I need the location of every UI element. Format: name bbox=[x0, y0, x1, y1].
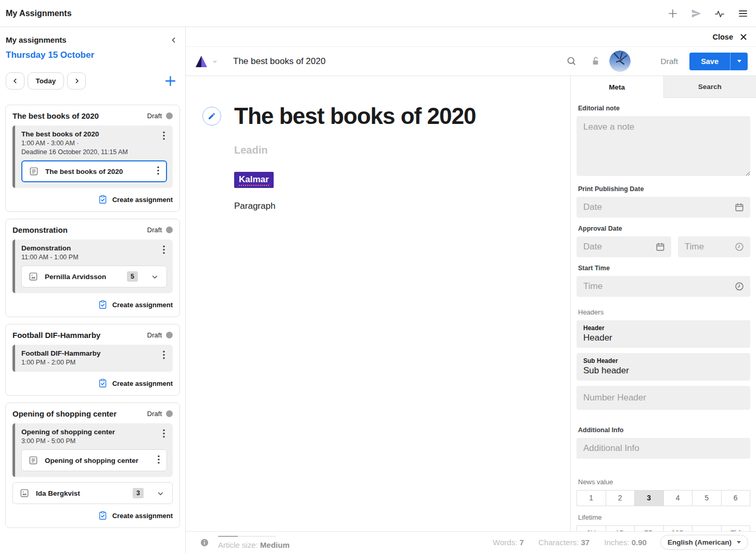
status-dot bbox=[166, 227, 173, 233]
sub-header-field[interactable]: Sub Header Sub header bbox=[576, 353, 750, 381]
collapse-sidebar-button[interactable] bbox=[170, 36, 178, 44]
product-menu-button[interactable] bbox=[194, 55, 219, 68]
lock-open-icon bbox=[590, 56, 601, 67]
assignments-sidebar: My assignments Thursday 15 October Today bbox=[0, 27, 186, 553]
today-button[interactable]: Today bbox=[28, 72, 64, 90]
expand-button[interactable] bbox=[156, 489, 165, 498]
status-bar: Article size: Medium Words: 7 Characters… bbox=[186, 531, 756, 553]
kebab-menu-icon[interactable] bbox=[161, 130, 167, 156]
leadin-placeholder[interactable]: Leadin bbox=[234, 144, 560, 156]
assignment-card: Demonstration Draft Demonstration 11:00 … bbox=[5, 219, 180, 317]
news-value-option[interactable]: 1 bbox=[577, 491, 606, 506]
caret-down-icon bbox=[737, 60, 741, 62]
approval-time-input[interactable]: Time bbox=[678, 236, 750, 257]
location-tag[interactable]: Kalmar bbox=[234, 172, 274, 188]
article-paragraph[interactable]: Paragraph bbox=[234, 201, 560, 211]
additional-info-input[interactable]: Additional Info bbox=[576, 438, 750, 459]
save-button[interactable]: Save bbox=[689, 53, 730, 70]
news-value-option[interactable]: 6 bbox=[721, 491, 750, 506]
article-item[interactable]: Opening of shopping center bbox=[21, 449, 167, 471]
create-assignment-button[interactable]: Create assignment bbox=[12, 195, 173, 205]
approval-date-label: Approval Date bbox=[578, 225, 749, 232]
edit-headline-button[interactable] bbox=[202, 107, 221, 125]
event-time: 3:00 PM - 5:00 PM bbox=[21, 437, 115, 445]
info-icon[interactable] bbox=[200, 538, 209, 547]
lifetime-option[interactable]: ∞ bbox=[692, 526, 721, 531]
lifetime-option[interactable]: 30D bbox=[663, 526, 693, 531]
news-value-label: News value bbox=[578, 478, 749, 486]
person-item[interactable]: Ida Bergkvist 3 bbox=[12, 482, 173, 504]
start-time-input[interactable]: Time bbox=[576, 276, 750, 297]
app-root: My Assignments My assignments Thursday 1… bbox=[0, 0, 756, 553]
previous-day-button[interactable] bbox=[6, 72, 24, 90]
article-headline[interactable]: The best books of 2020 bbox=[234, 104, 476, 129]
lock-button[interactable] bbox=[590, 56, 601, 67]
event-deadline: Deadline 16 October 2020, 11:15 AM bbox=[21, 148, 128, 156]
caret-down-icon bbox=[737, 541, 741, 544]
print-publishing-date-input[interactable]: Date bbox=[576, 197, 750, 218]
news-value-option[interactable]: 5 bbox=[692, 491, 721, 506]
language-selector[interactable]: English (American) bbox=[660, 535, 748, 550]
tab-search[interactable]: Search bbox=[663, 76, 756, 98]
article-item[interactable]: The best books of 2020 bbox=[21, 160, 167, 182]
news-value-option-selected[interactable]: 3 bbox=[634, 491, 663, 506]
create-assignment-button[interactable]: Create assignment bbox=[12, 300, 173, 310]
save-options-button[interactable] bbox=[730, 53, 748, 70]
top-bar: My Assignments bbox=[0, 0, 756, 27]
news-value-option[interactable]: 2 bbox=[606, 491, 635, 506]
news-value-option[interactable]: 4 bbox=[663, 491, 693, 506]
kebab-menu-icon[interactable] bbox=[156, 454, 162, 467]
headers-label: Headers bbox=[578, 308, 749, 316]
header-field[interactable]: Header Header bbox=[576, 320, 750, 348]
approval-date-input[interactable]: Date bbox=[576, 236, 671, 257]
menu-icon[interactable] bbox=[737, 8, 749, 19]
chevron-down-icon bbox=[156, 489, 165, 498]
search-button[interactable] bbox=[566, 56, 577, 67]
add-icon[interactable] bbox=[667, 8, 678, 19]
event-box: The best books of 2020 1:00 AM - 3:00 AM… bbox=[12, 125, 173, 188]
start-time-label: Start Time bbox=[578, 265, 749, 272]
word-count: Words: 7 bbox=[493, 538, 524, 547]
lifetime-option[interactable]: 7D bbox=[634, 526, 663, 531]
assignment-title: Opening of shopping center bbox=[12, 409, 117, 418]
chevron-down-icon bbox=[211, 58, 219, 65]
image-icon bbox=[19, 488, 30, 498]
expand-button[interactable] bbox=[150, 272, 159, 281]
kebab-menu-icon[interactable] bbox=[161, 244, 167, 261]
add-assignment-button[interactable] bbox=[164, 74, 177, 87]
event-box: Demonstration 11:00 AM - 1:00 PM Pernill… bbox=[12, 240, 173, 293]
create-assignment-button[interactable]: Create assignment bbox=[12, 379, 173, 388]
kebab-menu-icon[interactable] bbox=[155, 165, 161, 178]
number-header-field[interactable]: Number Header bbox=[576, 386, 750, 410]
status-dot bbox=[166, 332, 173, 338]
news-value-selector: 1 2 3 4 5 6 bbox=[576, 490, 750, 506]
activity-icon[interactable] bbox=[714, 8, 725, 19]
user-avatar[interactable] bbox=[609, 51, 631, 72]
event-box: Football DIF-Hammarby 1:00 PM - 2:00 PM bbox=[12, 345, 173, 372]
additional-info-label: Additional Info bbox=[578, 426, 749, 434]
lifetime-option[interactable]: Tid bbox=[721, 526, 750, 531]
status-badge: Draft bbox=[147, 331, 173, 339]
editorial-note-input[interactable] bbox=[576, 116, 750, 176]
create-assignment-button[interactable]: Create assignment bbox=[12, 511, 173, 521]
inches-count: Inches: 0.90 bbox=[604, 538, 647, 547]
assignment-card: The best books of 2020 Draft The best bo… bbox=[5, 105, 180, 212]
close-icon bbox=[739, 33, 748, 41]
lifetime-option[interactable]: 6H bbox=[577, 526, 606, 531]
date-navigation: Today bbox=[0, 72, 185, 90]
lifetime-label: Lifetime bbox=[578, 513, 749, 521]
kebab-menu-icon[interactable] bbox=[161, 349, 167, 366]
save-split-button: Save bbox=[689, 53, 748, 70]
next-day-button[interactable] bbox=[67, 72, 86, 90]
person-item[interactable]: Pernilla Arvidsson 5 bbox=[21, 266, 167, 287]
lifetime-option[interactable]: 1D bbox=[606, 526, 635, 531]
chevron-left-icon bbox=[170, 36, 178, 44]
kebab-menu-icon[interactable] bbox=[161, 428, 167, 445]
close-document-button[interactable]: Close bbox=[186, 27, 756, 47]
send-icon[interactable] bbox=[690, 8, 702, 19]
status-badge: Draft bbox=[147, 226, 173, 234]
tab-meta[interactable]: Meta bbox=[571, 76, 663, 98]
topbar-actions bbox=[667, 8, 749, 19]
app-title: My Assignments bbox=[6, 9, 72, 18]
lifetime-selector: 6H 1D 7D 30D ∞ Tid bbox=[576, 525, 750, 531]
